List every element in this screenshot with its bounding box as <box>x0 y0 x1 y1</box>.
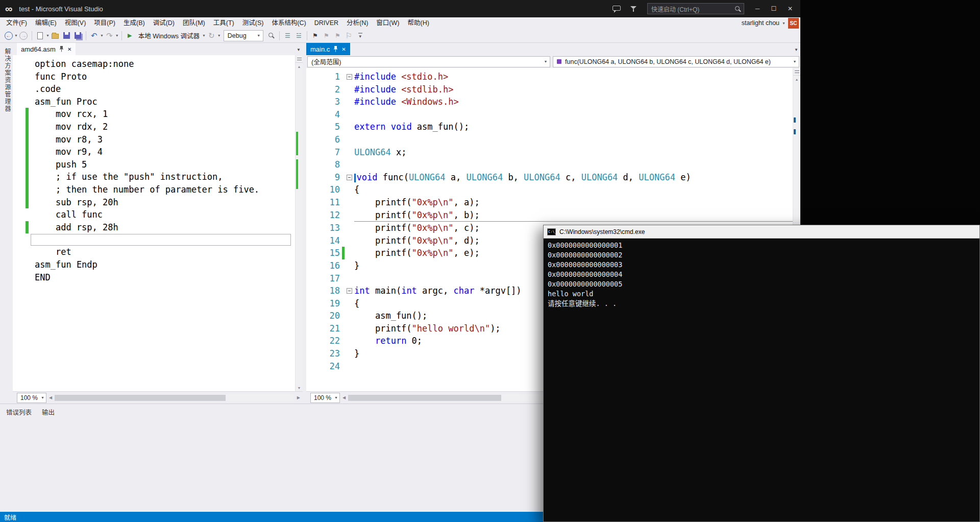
user-name[interactable]: starlight chou <box>742 19 779 27</box>
menu-item[interactable]: 项目(P) <box>90 17 119 29</box>
left-editor-code[interactable]: option casemap:nonefunc Proto.codeasm_fu… <box>13 55 295 391</box>
navigate-back-button[interactable]: ← <box>3 30 14 42</box>
tab-amd64-asm[interactable]: amd64.asm ✕ <box>17 43 76 55</box>
feedback-icon[interactable] <box>612 5 621 13</box>
code-line[interactable]: add rsp, 28h <box>13 221 295 234</box>
search-icon[interactable] <box>734 6 741 12</box>
code-line[interactable]: 12 printf("0x%p\n", b); <box>306 209 793 222</box>
fold-collapse-icon[interactable] <box>347 288 352 294</box>
panel-tab[interactable]: 错误列表 <box>6 407 32 417</box>
code-line[interactable]: 11 printf("0x%p\n", a); <box>306 196 793 209</box>
save-all-button[interactable] <box>72 30 83 42</box>
comment-selection-icon[interactable]: ☰ <box>282 30 293 42</box>
code-line[interactable]: mov r9, 4 <box>13 146 295 158</box>
pin-icon[interactable] <box>333 46 338 52</box>
code-line[interactable]: push 5 <box>13 158 295 171</box>
code-line[interactable]: END <box>13 271 295 284</box>
console-window[interactable]: C:\Windows\system32\cmd.exe 0x0000000000… <box>543 225 980 522</box>
scrollbar-thumb[interactable] <box>348 395 501 401</box>
next-bookmark-icon[interactable]: ⚑ <box>332 30 343 42</box>
zoom-selector[interactable]: 100 % ▼ <box>17 393 46 403</box>
scroll-up-arrow-icon[interactable]: ▲ <box>296 63 303 70</box>
notifications-filter-icon[interactable] <box>630 5 638 13</box>
code-line[interactable]: 6 <box>306 133 793 146</box>
left-editor[interactable]: option casemap:nonefunc Proto.codeasm_fu… <box>13 55 303 391</box>
menu-item[interactable]: 窗口(W) <box>372 17 403 29</box>
splitter-grip-icon[interactable] <box>793 68 800 76</box>
menu-item[interactable]: 体系结构(C) <box>267 17 310 29</box>
left-horizontal-scrollbar[interactable] <box>55 394 293 401</box>
start-debug-icon[interactable]: ▶ <box>125 30 135 42</box>
scroll-up-arrow-icon[interactable]: ▲ <box>793 76 800 83</box>
tab-list-chevron-icon[interactable]: ▼ <box>794 48 798 52</box>
clear-bookmarks-icon[interactable]: ⚐ <box>344 30 354 42</box>
undo-button[interactable]: ↶ <box>89 30 100 42</box>
tab-list-chevron-icon[interactable]: ▼ <box>297 48 301 52</box>
code-line[interactable]: 4 <box>306 108 793 121</box>
close-tab-icon[interactable]: ✕ <box>341 46 346 52</box>
code-line[interactable]: func Proto <box>13 70 295 83</box>
menu-item[interactable]: 帮助(H) <box>403 17 433 29</box>
member-dropdown[interactable]: func(ULONG64 a, ULONG64 b, ULONG64 c, UL… <box>553 56 799 67</box>
code-line[interactable]: 3#include <Windows.h> <box>306 96 793 108</box>
code-line[interactable]: ; then the number of parameter is five. <box>13 183 295 196</box>
code-line[interactable]: call func <box>13 208 295 221</box>
menu-item[interactable]: 团队(M) <box>179 17 209 29</box>
code-line[interactable]: 1#include <stdio.h> <box>306 70 793 83</box>
maximize-button[interactable]: ☐ <box>766 2 782 15</box>
code-line[interactable]: asm_fun Endp <box>13 258 295 271</box>
editor-group-splitter[interactable] <box>303 43 306 404</box>
code-line[interactable] <box>13 233 295 246</box>
undo-chevron-icon[interactable]: ▼ <box>100 34 104 37</box>
toggle-bookmark-icon[interactable]: ⚑ <box>310 30 321 42</box>
close-tab-icon[interactable]: ✕ <box>67 46 71 52</box>
menu-item[interactable]: 视图(V) <box>61 17 90 29</box>
code-line[interactable]: asm_fun Proc <box>13 96 295 108</box>
open-file-button[interactable] <box>50 30 61 42</box>
uncomment-selection-icon[interactable]: ☱ <box>293 30 304 42</box>
pin-icon[interactable] <box>59 46 64 52</box>
code-line[interactable]: 5extern void asm_fun(); <box>306 121 793 133</box>
menu-item[interactable]: 工具(T) <box>209 17 238 29</box>
debug-target-chevron-icon[interactable]: ▼ <box>202 34 206 37</box>
scroll-down-arrow-icon[interactable]: ▼ <box>296 384 303 391</box>
code-line[interactable]: mov rcx, 1 <box>13 108 295 121</box>
scope-dropdown[interactable]: (全局范围) ▼ <box>307 56 550 67</box>
close-button[interactable]: ✕ <box>782 2 798 15</box>
splitter-grip-icon[interactable] <box>296 55 303 63</box>
fold-collapse-icon[interactable] <box>347 175 352 180</box>
code-line[interactable]: sub rsp, 20h <box>13 196 295 209</box>
minimize-button[interactable]: ─ <box>749 2 766 15</box>
tab-main-c[interactable]: main.c ✕ <box>306 43 350 55</box>
menu-item[interactable]: 文件(F) <box>2 17 31 29</box>
solution-configuration-combo[interactable]: Debug ▼ <box>224 30 263 41</box>
panel-tab[interactable]: 输出 <box>42 407 55 417</box>
solution-explorer-tab[interactable]: 解决方案资源管理器 <box>0 43 13 404</box>
code-line[interactable]: ; if use the "push" instruction, <box>13 171 295 183</box>
previous-bookmark-icon[interactable]: ⚑ <box>321 30 332 42</box>
debug-target-label[interactable]: 本地 Windows 调试器 <box>138 31 200 40</box>
fold-collapse-icon[interactable] <box>347 74 352 80</box>
find-in-files-icon[interactable] <box>266 30 277 42</box>
code-line[interactable]: 8 <box>306 158 793 171</box>
menu-item[interactable]: 编辑(E) <box>31 17 61 29</box>
menu-item[interactable]: 测试(S) <box>238 17 268 29</box>
zoom-selector[interactable]: 100 % ▼ <box>310 393 340 403</box>
console-body[interactable]: 0x00000000000000010x00000000000000020x00… <box>544 239 979 521</box>
toolbar-overflow-chevron-icon[interactable]: ▼ <box>358 33 362 39</box>
new-file-chevron-icon[interactable]: ▼ <box>46 34 50 37</box>
code-line[interactable]: ret <box>13 246 295 258</box>
scroll-left-arrow-icon[interactable]: ◀ <box>46 395 55 400</box>
navigate-forward-button[interactable]: → <box>18 30 29 42</box>
code-line[interactable]: 2#include <stdlib.h> <box>306 83 793 96</box>
redo-chevron-icon[interactable]: ▼ <box>115 34 119 37</box>
scroll-left-arrow-icon[interactable]: ◀ <box>340 395 348 400</box>
code-line[interactable]: 10{ <box>306 183 793 196</box>
menu-item[interactable]: 生成(B) <box>119 17 149 29</box>
user-chevron-icon[interactable]: ▼ <box>782 21 786 25</box>
attach-chevron-icon[interactable]: ▼ <box>217 34 221 37</box>
code-line[interactable]: 9void func(ULONG64 a, ULONG64 b, ULONG64… <box>306 171 793 184</box>
user-avatar[interactable]: SC <box>788 18 799 29</box>
code-line[interactable]: mov rdx, 2 <box>13 121 295 133</box>
save-button[interactable] <box>61 30 72 42</box>
